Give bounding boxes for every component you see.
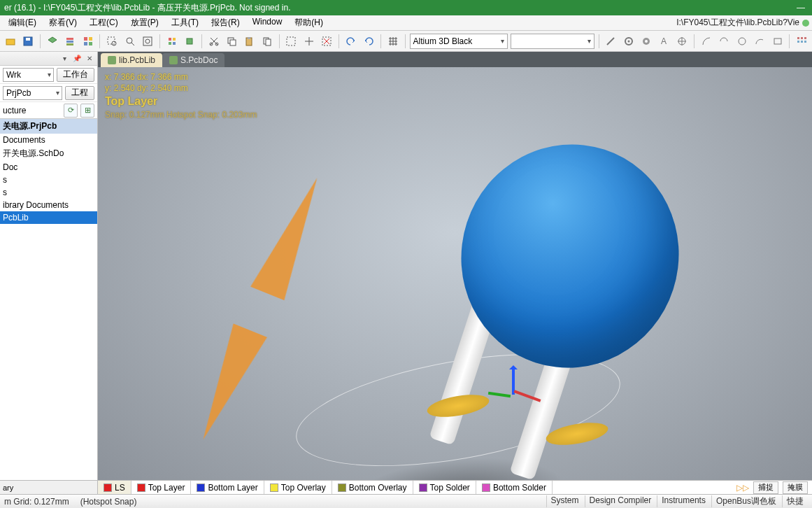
tree-item[interactable]: Doc <box>0 161 97 174</box>
svg-line-14 <box>131 43 134 45</box>
zoom-fit-icon[interactable] <box>122 34 137 49</box>
breadcrumb[interactable]: I:\FY045\工程文件\lib.PcbLib?Vie <box>676 17 809 29</box>
layer-swatch-icon <box>197 484 205 492</box>
snap-button[interactable]: 捕捉 <box>753 481 778 494</box>
move-icon[interactable] <box>301 34 316 49</box>
zoom-select-icon[interactable] <box>140 34 155 49</box>
open-icon[interactable] <box>3 34 17 49</box>
full-circle-icon[interactable] <box>734 34 749 49</box>
svg-point-16 <box>145 39 150 43</box>
layer-tab[interactable]: Bottom Solder <box>476 481 553 495</box>
arc-center-icon[interactable] <box>699 34 713 49</box>
view3d-icon[interactable] <box>45 34 59 49</box>
copy-icon[interactable] <box>224 34 238 49</box>
user-status-icon[interactable] <box>802 20 809 27</box>
svg-rect-53 <box>801 41 803 43</box>
refresh-icon[interactable]: ⟳ <box>64 104 78 118</box>
mask-button[interactable]: 掩膜 <box>783 481 808 494</box>
menu-item[interactable]: 帮助(H) <box>289 15 329 30</box>
layer-name: Bottom Layer <box>208 483 257 493</box>
expand-icon[interactable]: ⊞ <box>80 104 94 118</box>
svg-line-38 <box>607 38 614 45</box>
layer-tab[interactable]: Top Solder <box>413 481 476 495</box>
document-tab[interactable]: S.PcbDoc <box>162 53 225 67</box>
deselect-icon[interactable] <box>320 34 334 49</box>
svg-rect-0 <box>6 39 15 45</box>
workspace-combo[interactable]: Wrk <box>3 68 54 82</box>
menu-item[interactable]: 工程(C) <box>84 15 124 30</box>
menu-bar: 编辑(E)察看(V)工程(C)放置(P)工具(T)报告(R)Window帮助(H… <box>0 15 812 31</box>
layer-swatch-icon <box>137 484 145 492</box>
save-icon[interactable] <box>20 34 35 49</box>
3d-viewport[interactable]: x: 7.366 dx: 7.366 mm y: 2.540 dy: 2.540… <box>98 67 812 480</box>
tree-item[interactable]: 关电源.PrjPcb <box>0 119 97 134</box>
undo-icon[interactable] <box>343 34 358 49</box>
layer-tab[interactable]: Bottom Overlay <box>332 481 413 495</box>
component-single-icon[interactable] <box>182 34 197 49</box>
document-icon <box>108 56 116 64</box>
layer-tab[interactable]: Bottom Layer <box>191 481 264 495</box>
components-icon[interactable] <box>164 34 179 49</box>
svg-rect-32 <box>287 37 295 45</box>
menu-item[interactable]: 编辑(E) <box>3 15 42 30</box>
arc-edge-icon[interactable] <box>716 34 731 49</box>
layer-tab[interactable]: Top Layer <box>131 481 192 495</box>
svg-point-47 <box>739 38 746 45</box>
svg-rect-54 <box>804 41 806 43</box>
layer-tabs: LSTop LayerBottom LayerTop OverlayBottom… <box>98 480 812 494</box>
rect-icon[interactable] <box>770 34 785 49</box>
duplicate-icon[interactable] <box>259 34 274 49</box>
svg-rect-8 <box>89 37 92 41</box>
status-panel-button[interactable]: OpenBus调色板 <box>711 495 781 507</box>
menu-item[interactable]: 报告(R) <box>206 15 245 30</box>
status-panel-button[interactable]: Instruments <box>657 495 710 507</box>
via-icon[interactable] <box>639 34 654 49</box>
panel-options-icon[interactable]: ▾ <box>59 54 69 64</box>
tree-item[interactable]: PcbLib <box>0 211 97 224</box>
palette-icon[interactable] <box>80 34 95 49</box>
pin-icon[interactable]: 📌 <box>72 54 82 64</box>
menu-item[interactable]: 工具(T) <box>166 15 204 30</box>
select-rect-icon[interactable] <box>284 34 299 49</box>
cut-icon[interactable] <box>206 34 221 49</box>
workspace-button[interactable]: 工作台 <box>57 68 94 82</box>
tree-item[interactable]: s <box>0 186 97 199</box>
zoom-area-icon[interactable] <box>104 34 119 49</box>
origin-icon[interactable] <box>674 34 689 49</box>
tree-item[interactable]: ibrary Documents <box>0 199 97 211</box>
project-tree[interactable]: 关电源.PrjPcbDocuments开关电源.SchDoDocssibrary… <box>0 119 97 480</box>
tree-item[interactable]: s <box>0 174 97 186</box>
project-combo[interactable]: PrjPcb <box>3 86 62 100</box>
document-tab[interactable]: lib.PcbLib <box>101 53 162 67</box>
string-icon[interactable]: A <box>657 34 671 49</box>
layer-name: Bottom Solder <box>493 483 546 493</box>
filter-combo[interactable] <box>511 34 594 49</box>
pad-icon[interactable] <box>621 34 636 49</box>
status-panel-button[interactable]: System <box>546 495 583 507</box>
menu-item[interactable]: 察看(V) <box>43 15 83 30</box>
tree-item[interactable]: 开关电源.SchDo <box>0 146 97 161</box>
svg-point-12 <box>112 41 116 45</box>
panel-bottom-tab[interactable]: ary <box>0 480 97 494</box>
document-tab-label: lib.PcbLib <box>119 55 155 65</box>
svg-rect-11 <box>108 37 115 44</box>
layer-nav-icon[interactable]: ▷▷ <box>736 483 749 493</box>
project-button[interactable]: 工程 <box>65 86 94 100</box>
menu-item[interactable]: 放置(P) <box>125 15 164 30</box>
line-icon[interactable] <box>604 34 618 49</box>
arc-any-icon[interactable] <box>752 34 767 49</box>
grid-dropdown-icon[interactable] <box>385 34 400 49</box>
paste-icon[interactable] <box>242 34 257 49</box>
menu-item[interactable]: Window <box>247 15 288 30</box>
layer-tab[interactable]: Top Overlay <box>264 481 332 495</box>
close-icon[interactable]: ✕ <box>85 54 94 64</box>
tree-item[interactable]: Documents <box>0 134 97 146</box>
status-panel-button[interactable]: 快捷 <box>782 495 808 507</box>
status-panel-button[interactable]: Design Compiler <box>585 495 656 507</box>
minimize-icon[interactable]: — <box>794 3 808 13</box>
array-icon[interactable] <box>794 34 809 49</box>
layers-icon[interactable] <box>62 34 77 49</box>
view-config-combo[interactable]: Altium 3D Black <box>410 34 508 49</box>
redo-icon[interactable] <box>362 34 376 49</box>
layer-tab[interactable]: LS <box>98 481 131 495</box>
